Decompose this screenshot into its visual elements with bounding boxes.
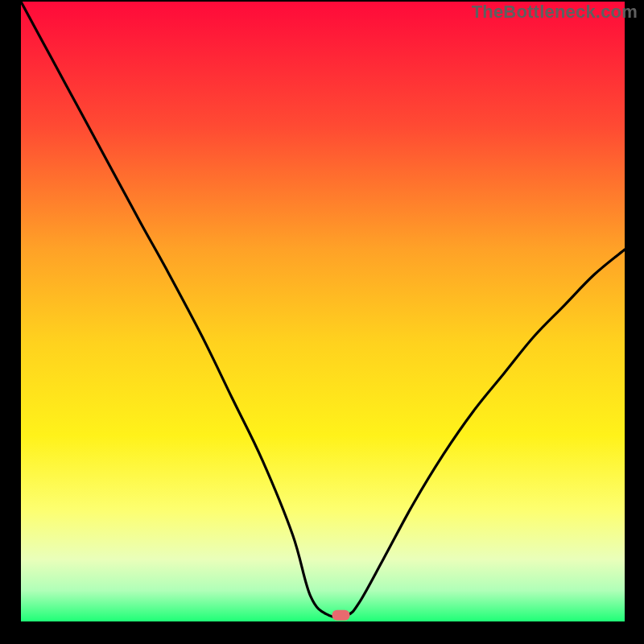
chart-container: TheBottleneck.com	[0, 0, 644, 644]
watermark-text: TheBottleneck.com	[472, 2, 638, 23]
bottleneck-chart	[0, 0, 644, 644]
plot-background	[21, 2, 625, 621]
optimum-marker	[332, 610, 350, 621]
